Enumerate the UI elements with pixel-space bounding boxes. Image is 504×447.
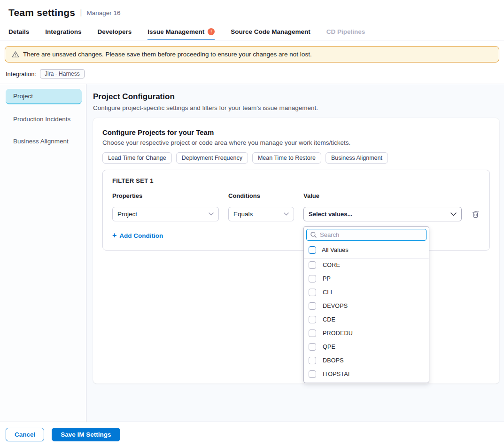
chip-mean-time-to-restore[interactable]: Mean Time to Restore [252,152,321,164]
tab-cd-pipelines: CD Pipelines [326,24,365,40]
tab-integrations[interactable]: Integrations [45,24,81,40]
dropdown-search-box[interactable] [306,229,426,241]
column-label-properties: Properties [112,192,219,199]
filter-set-title: FILTER SET 1 [112,177,480,184]
checkbox[interactable] [309,343,316,351]
title-separator: | [80,8,82,17]
integration-chip[interactable]: Jira - Harness [40,69,85,78]
column-label-conditions: Conditions [228,192,294,199]
option-core[interactable]: CORE [304,259,429,272]
value-multiselect[interactable]: Select values... [303,207,462,221]
filter-column-headers: Properties Conditions Value [112,192,480,199]
checkbox[interactable] [309,370,316,378]
banner-container: There are unsaved changes. Please save t… [0,40,504,63]
plus-icon: + [112,232,116,239]
tab-developers[interactable]: Developers [98,24,132,40]
chip-lead-time-for-change[interactable]: Lead Time for Change [102,152,172,164]
checkbox-all-values[interactable] [309,246,316,254]
integration-label: Integration: [6,71,36,78]
configure-projects-card: Configure Projects for your Team Choose … [93,118,499,384]
page-title: Team settings [8,7,75,18]
save-im-settings-button[interactable]: Save IM Settings [52,428,120,441]
sidebar-item-production-incidents[interactable]: Production Incidents [6,112,82,126]
add-condition-button[interactable]: + Add Condition [112,232,163,239]
card-title: Configure Projects for your Team [102,128,490,136]
team-name-label: Manager 16 [86,9,120,16]
chevron-down-icon [209,212,214,216]
trash-icon [472,211,479,218]
chip-business-alignment[interactable]: Business Alignment [326,152,388,164]
dropdown-search-input[interactable] [320,231,422,238]
checkbox[interactable] [309,316,316,323]
section-title: Project Configuration [93,92,499,102]
option-qpe[interactable]: QPE [304,340,429,354]
checkbox[interactable] [309,261,316,269]
option-dbops[interactable]: DBOPS [304,354,429,368]
unsaved-changes-message: There are unsaved changes. Please save t… [23,51,312,58]
app-header: Team settings | Manager 16 [0,0,504,24]
card-subtitle: Choose your respective project or code a… [102,139,490,146]
conditions-select[interactable]: Equals [228,207,294,221]
filter-set-1: FILTER SET 1 Properties Conditions Value… [102,170,490,251]
checkbox[interactable] [309,275,316,282]
settings-tab-bar: Details Integrations Developers Issue Ma… [0,24,504,40]
option-pp[interactable]: PP [304,272,429,286]
option-cde[interactable]: CDE [304,313,429,327]
option-pipe[interactable]: PIPE [304,381,429,383]
integration-row: Integration: Jira - Harness [0,63,504,84]
checkbox[interactable] [309,329,316,337]
section-subtitle: Configure project-specific settings and … [93,104,499,111]
value-dropdown-popover: All Values CORE PP [303,226,429,383]
properties-select[interactable]: Project [112,207,219,221]
filter-condition-row: Project Equals Select values... [112,207,480,221]
unsaved-warning-badge-icon: ! [208,28,215,35]
unsaved-changes-banner: There are unsaved changes. Please save t… [5,46,499,63]
chevron-down-icon [450,212,457,216]
delete-condition-button[interactable] [471,210,480,219]
metric-chips-row: Lead Time for Change Deployment Frequenc… [102,152,490,164]
footer-action-bar: Cancel Save IM Settings [0,422,504,447]
tab-details[interactable]: Details [8,24,29,40]
warning-triangle-icon [12,51,19,58]
sidebar-item-project[interactable]: Project [6,89,82,104]
sidebar-item-business-alignment[interactable]: Business Alignment [6,134,82,149]
checkbox[interactable] [309,357,316,364]
chip-deployment-frequency[interactable]: Deployment Frequency [176,152,248,164]
main-panel: Project Configuration Configure project-… [86,84,504,422]
option-prodedu[interactable]: PRODEDU [304,327,429,340]
option-devops[interactable]: DEVOPS [304,299,429,313]
option-cli[interactable]: CLI [304,286,429,299]
im-sidebar: Project Production Incidents Business Al… [0,84,86,422]
dropdown-options-list[interactable]: CORE PP CLI [304,259,429,383]
tab-issue-management[interactable]: Issue Management ! [147,24,215,40]
content-area: Project Production Incidents Business Al… [0,84,504,422]
checkbox[interactable] [309,289,316,296]
chevron-down-icon [284,212,289,216]
tab-source-code-management[interactable]: Source Code Management [231,24,310,40]
search-icon [310,232,317,238]
checkbox[interactable] [309,302,316,310]
column-label-value: Value [303,192,462,199]
option-itopstai[interactable]: ITOPSTAI [304,368,429,381]
select-all-values-option[interactable]: All Values [304,243,429,259]
cancel-button[interactable]: Cancel [6,428,44,441]
